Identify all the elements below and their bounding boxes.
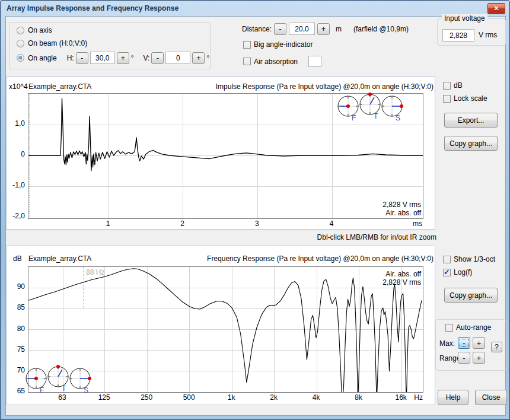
fr-peak-annotation: 88 Hz [86, 268, 104, 276]
on-beam-radio[interactable] [17, 40, 24, 47]
dial-label: T [374, 112, 378, 120]
distance-decrement-button[interactable]: - [274, 23, 286, 35]
h-angle-label: H: [67, 54, 74, 62]
close-button[interactable] [487, 3, 505, 14]
range-decrement-button[interactable]: - [458, 352, 470, 364]
ir-x-tick-label: 3 [248, 219, 266, 228]
dialog-window: Array Impulse Response and Frequency Res… [0, 0, 510, 420]
fr-copy-graph-button[interactable]: Copy graph... [444, 288, 498, 303]
air-absorption-label: Air absorption [254, 58, 298, 66]
radio-row-on-axis: On axis [17, 26, 52, 34]
on-beam-label: On beam (H:0;V:0) [28, 39, 87, 47]
export-button[interactable]: Export... [444, 113, 498, 128]
fr-unit-label: dB [13, 254, 22, 263]
max-decrement-button[interactable]: - [458, 337, 470, 349]
dial-label: F [40, 386, 44, 394]
logf-label: Log(f) [454, 268, 472, 276]
fr-file-label: Example_array.CTA [28, 254, 91, 263]
fr-air-abs-overlay: Air. abs. off [302, 270, 421, 278]
ir-voltage-overlay: 2,828 V rms [302, 201, 421, 209]
fr-x-tick-label: 63 [53, 393, 71, 402]
farfield-note: (farfield @10,9m) [353, 25, 409, 33]
frequency-response-panel: dB Example_array.CTA Frequency Response … [6, 246, 435, 405]
big-angle-indicator-label: Big angle-indicator [254, 40, 313, 49]
ir-chart-title: Impulse Response (Pa re Input voltage) @… [216, 82, 434, 91]
fr-x-tick-label: 2k [265, 393, 283, 402]
front-view-dial: F [26, 368, 46, 394]
front-view-dial: F [338, 96, 358, 122]
distance-row: Distance: - 20,0 + m (farfield @10,9m) [242, 23, 409, 35]
show-third-oct-label: Show 1/3-oct [454, 255, 495, 263]
input-voltage-field[interactable]: 2,828 [442, 29, 474, 42]
dial-label: T [62, 384, 66, 393]
top-view-dial: T [360, 93, 380, 120]
big-angle-indicator-checkbox[interactable] [243, 41, 251, 49]
response-point-group: On axis On beam (H:0;V:0) On angle H: - … [9, 22, 211, 69]
fr-x-tick-label: 125 [95, 393, 113, 402]
dial-axis-dot [368, 93, 372, 96]
fr-x-tick-label: 500 [180, 393, 198, 402]
ir-copy-graph-button[interactable]: Copy graph... [444, 136, 498, 151]
input-voltage-unit-label: V rms [479, 31, 497, 39]
distance-unit-label: m [336, 25, 342, 33]
range-increment-button[interactable]: + [473, 352, 485, 364]
input-voltage-group-label: Input voltage [442, 14, 487, 23]
big-angle-indicator-row: Big angle-indicator [243, 40, 313, 49]
impulse-response-panel: x10^4 Example_array.CTA Impulse Response… [6, 77, 435, 230]
dial-axis-dot [346, 104, 350, 108]
fr-orientation-dials: FTS [25, 365, 93, 395]
v-angle-field[interactable]: 0 [165, 52, 190, 64]
close-icon [493, 5, 499, 12]
v-degree-sign: ° [206, 54, 209, 62]
db-row: dB [443, 81, 463, 90]
lock-scale-row: Lock scale [443, 94, 487, 103]
help-button[interactable]: Help [438, 390, 468, 405]
radio-row-on-angle: On angle H: - 30,0 + ° V: - 0 + ° [17, 52, 209, 64]
distance-label: Distance: [242, 25, 272, 33]
distance-increment-button[interactable]: + [317, 23, 330, 35]
fr-y-tick-label: 65 [7, 387, 25, 395]
air-absorption-value-box[interactable] [308, 56, 321, 67]
v-angle-label: V: [144, 54, 150, 62]
input-voltage-group: Input voltage 2,828 V rms [437, 18, 506, 46]
dial-axis-dot [34, 377, 38, 380]
fr-x-tick-label: 1k [222, 393, 240, 402]
distance-field[interactable]: 20,0 [289, 23, 315, 35]
fr-y-tick-label: 90 [7, 282, 25, 291]
on-axis-radio[interactable] [17, 27, 24, 34]
lock-scale-checkbox[interactable] [443, 95, 451, 103]
logf-row: Log(f) [443, 268, 472, 276]
window-title: Array Impulse Response and Frequency Res… [7, 4, 179, 12]
v-angle-decrement-button[interactable]: - [151, 52, 164, 64]
dial-axis-dot [88, 377, 91, 380]
title-bar[interactable]: Array Impulse Response and Frequency Res… [1, 1, 509, 16]
context-help-button[interactable]: ? [491, 342, 502, 352]
fr-x-tick-label: 16k [392, 393, 410, 402]
ir-x-tick-label: 2 [174, 219, 192, 228]
fr-x-tick-label: 250 [138, 393, 155, 402]
dial-label: S [84, 386, 88, 394]
lock-scale-checkbox-label: Lock scale [454, 94, 487, 103]
h-angle-increment-button[interactable]: + [117, 52, 129, 64]
fr-y-tick-label: 85 [7, 303, 25, 311]
ir-air-abs-overlay: Air. abs. off [302, 209, 421, 217]
logf-checkbox[interactable] [443, 269, 451, 276]
auto-range-checkbox[interactable] [445, 324, 453, 332]
auto-range-label: Auto-range [456, 323, 491, 332]
fr-y-tick-label: 70 [7, 366, 25, 374]
air-absorption-checkbox[interactable] [243, 58, 251, 65]
show-third-oct-row: Show 1/3-oct [443, 255, 495, 263]
max-increment-button[interactable]: + [473, 337, 485, 349]
close-dialog-button[interactable]: Close [475, 390, 507, 405]
ir-x-tick-label: 4 [323, 219, 340, 228]
v-angle-increment-button[interactable]: + [192, 52, 205, 64]
h-angle-decrement-button[interactable]: - [76, 52, 88, 64]
show-third-oct-checkbox[interactable] [443, 256, 451, 263]
auto-range-row: Auto-range [445, 323, 491, 332]
h-angle-field[interactable]: 30,0 [90, 52, 115, 64]
on-angle-radio[interactable] [17, 54, 24, 62]
db-checkbox[interactable] [443, 82, 451, 90]
fr-chart-title: Frequency Response (Pa re Input voltage)… [207, 254, 434, 263]
fr-x-tick-label: 8k [350, 393, 368, 402]
h-degree-sign: ° [131, 54, 134, 62]
